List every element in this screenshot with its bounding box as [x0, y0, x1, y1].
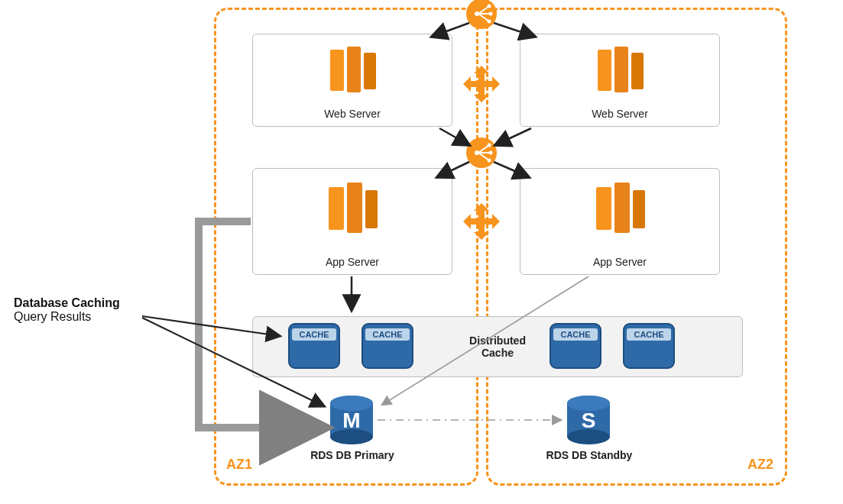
az2-label: AZ2: [747, 457, 773, 473]
web-server-2-label: Web Server: [520, 108, 719, 120]
distributed-cache-row: Distributed Cache: [252, 316, 743, 377]
svg-rect-7: [347, 183, 362, 233]
rds-primary-label: RDS DB Primary: [303, 449, 402, 461]
svg-rect-8: [365, 190, 378, 228]
svg-rect-10: [614, 183, 630, 233]
web-server-2-box: Web Server: [520, 34, 720, 127]
aws-ec2-icon: [593, 45, 647, 95]
annotation-line2: Query Results: [14, 310, 120, 324]
svg-rect-3: [598, 50, 611, 91]
distributed-cache-label: Distributed Cache: [469, 334, 526, 359]
svg-rect-0: [330, 50, 344, 91]
annotation-text: Database Caching Query Results: [14, 296, 120, 324]
web-server-1-box: Web Server: [252, 34, 452, 127]
app-server-2-box: App Server: [520, 168, 720, 275]
cache-label-line2: Cache: [481, 347, 514, 359]
annotation-line1: Database Caching: [14, 296, 120, 310]
diagram-stage: AZ1 AZ2 Web Server Web Server App Server: [0, 0, 843, 504]
app-server-2-label: App Server: [520, 256, 719, 268]
rds-standby-label: RDS DB Standby: [540, 449, 639, 461]
svg-rect-6: [329, 187, 344, 230]
svg-rect-4: [614, 47, 628, 92]
az1-label: AZ1: [226, 457, 252, 473]
aws-ec2-icon: [324, 181, 381, 236]
aws-ec2-icon: [592, 181, 648, 236]
app-server-1-box: App Server: [252, 168, 452, 275]
aws-ec2-icon: [326, 45, 379, 95]
svg-rect-11: [633, 190, 645, 228]
svg-rect-5: [631, 53, 644, 89]
svg-rect-2: [364, 53, 376, 89]
cache-label-line1: Distributed: [469, 334, 526, 347]
app-server-1-label: App Server: [253, 256, 452, 268]
svg-rect-1: [347, 47, 361, 92]
svg-rect-9: [596, 187, 611, 230]
web-server-1-label: Web Server: [253, 108, 452, 120]
